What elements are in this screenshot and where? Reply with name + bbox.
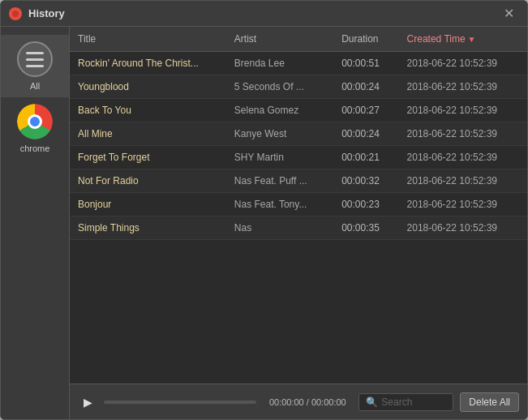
sidebar: All chrome (1, 27, 70, 419)
sidebar-item-all[interactable]: All (1, 35, 69, 97)
table-row[interactable]: Simple Things Nas 00:00:35 2018-06-22 10… (70, 216, 527, 240)
cell-title: Forget To Forget (70, 146, 226, 169)
play-button[interactable]: ▶ (78, 392, 97, 412)
cell-duration: 00:00:24 (333, 75, 398, 99)
cell-created: 2018-06-22 10:52:39 (399, 216, 527, 240)
col-created[interactable]: Created Time▼ (399, 27, 527, 52)
table-row[interactable]: Forget To Forget SHY Martin 00:00:21 201… (70, 146, 527, 169)
cell-duration: 00:00:27 (333, 99, 398, 122)
cell-created: 2018-06-22 10:52:39 (399, 193, 527, 216)
table-row[interactable]: Bonjour Nas Feat. Tony... 00:00:23 2018-… (70, 193, 527, 216)
col-title[interactable]: Title (70, 27, 226, 52)
table-row[interactable]: Not For Radio Nas Feat. Puff ... 00:00:3… (70, 169, 527, 193)
cell-created: 2018-06-22 10:52:39 (399, 146, 527, 169)
table-row[interactable]: Youngblood 5 Seconds Of ... 00:00:24 201… (70, 75, 527, 99)
main-area: All chrome Title Artist (1, 27, 527, 419)
cell-title: All Mine (70, 122, 226, 146)
cell-artist: Selena Gomez (226, 99, 333, 122)
cell-artist: Kanye West (226, 122, 333, 146)
cell-title: Rockin' Around The Christ... (70, 52, 226, 75)
cell-title: Back To You (70, 99, 226, 122)
table-header: Title Artist Duration Created Time▼ (70, 27, 527, 52)
sidebar-item-chrome[interactable]: chrome (1, 97, 69, 160)
chrome-icon (17, 104, 53, 139)
cell-artist: 5 Seconds Of ... (226, 75, 333, 99)
cell-artist: Nas Feat. Tony... (226, 193, 333, 216)
sort-arrow-icon: ▼ (468, 35, 476, 44)
chrome-outer (17, 104, 53, 139)
cell-title: Not For Radio (70, 169, 226, 193)
col-duration[interactable]: Duration (333, 27, 398, 52)
cell-title: Youngblood (70, 75, 226, 99)
search-input[interactable] (381, 396, 446, 408)
table-row[interactable]: Back To You Selena Gomez 00:00:27 2018-0… (70, 99, 527, 122)
cell-duration: 00:00:32 (333, 169, 398, 193)
cell-created: 2018-06-22 10:52:39 (399, 99, 527, 122)
cell-duration: 00:00:24 (333, 122, 398, 146)
title-bar: History ✕ (1, 1, 527, 27)
cell-created: 2018-06-22 10:52:39 (399, 169, 527, 193)
content-area: Title Artist Duration Created Time▼ Rock… (70, 27, 527, 419)
cell-created: 2018-06-22 10:52:39 (399, 52, 527, 75)
time-display: 00:00:00 / 00:00:00 (263, 397, 352, 407)
cell-duration: 00:00:23 (333, 193, 398, 216)
window-title: History (28, 7, 499, 19)
chrome-inner (28, 114, 42, 129)
history-table: Title Artist Duration Created Time▼ Rock… (70, 27, 527, 240)
cell-artist: Nas Feat. Puff ... (226, 169, 333, 193)
delete-all-button[interactable]: Delete All (460, 392, 519, 412)
all-icon (17, 41, 53, 77)
history-window: History ✕ All (0, 0, 528, 420)
cell-duration: 00:00:21 (333, 146, 398, 169)
table-row[interactable]: Rockin' Around The Christ... Brenda Lee … (70, 52, 527, 75)
bottom-bar: ▶ 00:00:00 / 00:00:00 🔍 Delete All (70, 384, 527, 419)
hamburger-icon (26, 52, 44, 67)
cell-artist: Brenda Lee (226, 52, 333, 75)
table-body: Rockin' Around The Christ... Brenda Lee … (70, 52, 527, 240)
cell-created: 2018-06-22 10:52:39 (399, 122, 527, 146)
search-box[interactable]: 🔍 (358, 393, 453, 411)
sidebar-label-chrome: chrome (20, 144, 50, 153)
cell-artist: Nas (226, 216, 333, 240)
cell-created: 2018-06-22 10:52:39 (399, 75, 527, 99)
cell-duration: 00:00:35 (333, 216, 398, 240)
app-icon (9, 7, 22, 20)
progress-bar[interactable] (104, 401, 256, 404)
table-container[interactable]: Title Artist Duration Created Time▼ Rock… (70, 27, 527, 384)
col-artist[interactable]: Artist (226, 27, 333, 52)
cell-title: Simple Things (70, 216, 226, 240)
table-row[interactable]: All Mine Kanye West 00:00:24 2018-06-22 … (70, 122, 527, 146)
search-icon: 🔍 (366, 396, 378, 408)
close-button[interactable]: ✕ (499, 4, 519, 23)
cell-title: Bonjour (70, 193, 226, 216)
sidebar-label-all: All (30, 81, 40, 91)
cell-duration: 00:00:51 (333, 52, 398, 75)
cell-artist: SHY Martin (226, 146, 333, 169)
